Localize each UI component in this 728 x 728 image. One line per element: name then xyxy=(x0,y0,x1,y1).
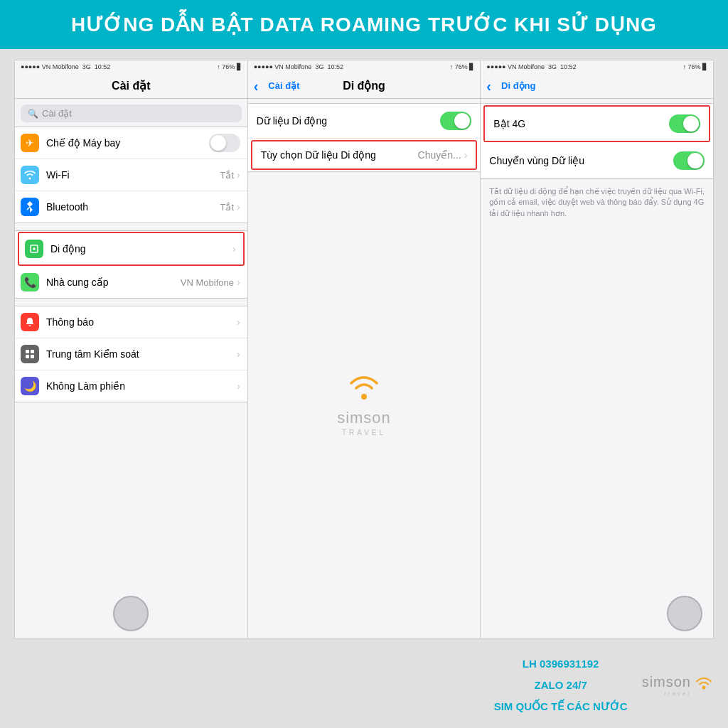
bat-4g-row[interactable]: Bật 4G xyxy=(483,105,710,142)
phone-panel-1: ●●●●● VN Mobifone 3G 10:52 ↑ 76% ▊ Cài đ… xyxy=(15,60,248,638)
status-bar-3: ●●●●● VN Mobifone 3G 10:52 ↑ 76% ▊ xyxy=(481,60,713,73)
list-item[interactable]: ✈ Chế độ Máy bay xyxy=(15,127,247,159)
page-wrapper: HƯỚNG DẪN BẬT DATA ROAMING TRƯỚC KHI SỬ … xyxy=(0,0,728,728)
nav-title-1: Cài đặt xyxy=(112,79,150,92)
list-item[interactable]: Wi-Fi Tắt › xyxy=(15,159,247,191)
thong-bao-item[interactable]: Thông báo › xyxy=(15,306,247,338)
panel3-description: Tắt dữ liệu di động để hạn chế việc truy… xyxy=(481,179,713,226)
svg-point-5 xyxy=(702,685,706,689)
tuy-chon-value: Chuyển... xyxy=(418,149,461,161)
thong-bao-chevron: › xyxy=(237,316,240,328)
header-banner: HƯỚNG DẪN BẬT DATA ROAMING TRƯỚC KHI SỬ … xyxy=(0,0,728,49)
tuy-chon-chevron: › xyxy=(464,149,468,161)
trung-tam-chevron: › xyxy=(237,348,240,360)
trung-tam-item[interactable]: Trung tâm Kiểm soát › xyxy=(15,338,247,370)
airplane-toggle[interactable] xyxy=(209,134,240,152)
svg-rect-3 xyxy=(26,355,29,358)
footer-logo: simson travel xyxy=(642,674,714,697)
du-lieu-toggle[interactable] xyxy=(440,112,471,130)
bat-4g-toggle[interactable] xyxy=(669,114,700,133)
khong-lam-phien-item[interactable]: 🌙 Không Làm phiền › xyxy=(15,370,247,402)
back-button-3[interactable]: Di động xyxy=(486,79,535,93)
wifi-value: Tắt xyxy=(220,170,234,181)
nha-cung-cap-value: VN Mobifone xyxy=(181,277,234,288)
di-dong-icon xyxy=(25,240,43,258)
bluetooth-label: Bluetooth xyxy=(46,201,220,213)
settings-group-3: Thông báo › Trung tâm Kiểm soá xyxy=(15,306,247,402)
svg-rect-4 xyxy=(31,355,34,358)
contact-line1: LH 0396931192 xyxy=(494,653,628,675)
chuyen-vung-row[interactable]: Chuyển vùng Dữ liệu xyxy=(481,144,713,178)
content-area: ●●●●● VN Mobifone 3G 10:52 ↑ 76% ▊ Cài đ… xyxy=(0,49,728,728)
airplane-icon: ✈ xyxy=(21,134,39,152)
footer-sub: travel xyxy=(665,690,692,697)
phone-panel-3: ●●●●● VN Mobifone 3G 10:52 ↑ 76% ▊ Di độ… xyxy=(481,60,713,638)
di-dong-settings: Dữ liệu Di động Tùy chọn Dữ liệu Di động… xyxy=(248,103,481,172)
trung-tam-label: Trung tâm Kiểm soát xyxy=(46,348,237,360)
status-right-1: ↑ 76% ▊ xyxy=(217,63,242,70)
di-dong-label: Di động xyxy=(50,243,232,255)
control-center-icon xyxy=(21,345,39,363)
search-icon: 🔍 xyxy=(28,109,38,119)
simson-travel: TRAVEL xyxy=(342,429,386,437)
footer-area: LH 0396931192 ZALO 24/7 SIM QUỐC TẾ CÁC … xyxy=(14,646,714,717)
airplane-label: Chế độ Máy bay xyxy=(46,137,209,149)
back-label-2: Cài đặt xyxy=(268,80,299,91)
nha-cung-cap-item[interactable]: 📞 Nhà cung cấp VN Mobifone › xyxy=(15,267,247,298)
bat-4g-label: Bật 4G xyxy=(493,118,669,129)
nha-cung-cap-label: Nhà cung cấp xyxy=(46,277,181,288)
header-title: HƯỚNG DẪN BẬT DATA ROAMING TRƯỚC KHI SỬ … xyxy=(71,14,657,36)
status-right-3: ↑ 76% ▊ xyxy=(683,63,708,70)
dnd-icon: 🌙 xyxy=(21,377,39,395)
nav-bar-2: Cài đặt Di động xyxy=(248,73,481,99)
bluetooth-chevron: › xyxy=(237,201,240,213)
tuy-chon-label: Tùy chọn Dữ liệu Di động xyxy=(261,149,418,161)
wifi-label: Wi-Fi xyxy=(46,169,220,181)
contact-line2: ZALO 24/7 xyxy=(494,675,628,696)
status-left-1: ●●●●● VN Mobifone 3G 10:52 xyxy=(21,63,110,70)
phones-container: ●●●●● VN Mobifone 3G 10:52 ↑ 76% ▊ Cài đ… xyxy=(14,60,714,639)
status-bar-1: ●●●●● VN Mobifone 3G 10:52 ↑ 76% ▊ xyxy=(15,60,247,73)
back-label-3: Di động xyxy=(501,80,535,91)
nha-cung-cap-chevron: › xyxy=(237,277,240,288)
chuyen-vung-label: Chuyển vùng Dữ liệu xyxy=(489,155,673,166)
bluetooth-icon xyxy=(21,198,39,216)
chuyen-vung-toggle[interactable] xyxy=(673,151,705,170)
khong-lam-phien-label: Không Làm phiền xyxy=(46,380,237,392)
di-dong-chevron: › xyxy=(232,243,236,255)
notification-icon xyxy=(21,313,39,331)
phone-icon: 📞 xyxy=(21,273,39,291)
du-lieu-di-dong-label: Dữ liệu Di động xyxy=(257,115,441,127)
di-dong-item[interactable]: Di động › xyxy=(18,232,245,266)
status-right-2: ↑ 76% ▊ xyxy=(450,63,475,70)
wifi-arc-icon xyxy=(346,374,382,406)
status-left-3: ●●●●● VN Mobifone 3G 10:52 xyxy=(486,63,576,70)
nav-title-2: Di động xyxy=(343,79,385,92)
svg-rect-2 xyxy=(31,350,34,353)
tuy-chon-row[interactable]: Tùy chọn Dữ liệu Di động Chuyển... › xyxy=(251,140,478,170)
status-left-2: ●●●●● VN Mobifone 3G 10:52 xyxy=(254,63,343,70)
thong-bao-label: Thông báo xyxy=(46,316,237,328)
home-button[interactable] xyxy=(113,596,149,631)
wifi-icon xyxy=(21,166,39,184)
footer-wifi-icon xyxy=(694,675,714,690)
contact-line3: SIM QUỐC TẾ CÁC NƯỚC xyxy=(494,696,628,717)
search-bar-1[interactable]: 🔍 Cài đặt xyxy=(21,105,242,122)
status-bar-2: ●●●●● VN Mobifone 3G 10:52 ↑ 76% ▊ xyxy=(248,60,481,73)
svg-rect-1 xyxy=(26,350,29,353)
back-button-2[interactable]: Cài đặt xyxy=(254,79,300,93)
footer-contact: LH 0396931192 ZALO 24/7 SIM QUỐC TẾ CÁC … xyxy=(494,653,628,717)
bluetooth-value: Tắt xyxy=(220,202,234,213)
list-item[interactable]: Bluetooth Tắt › xyxy=(15,191,247,223)
nav-bar-1: Cài đặt xyxy=(15,73,247,99)
nav-bar-3: Di động xyxy=(481,73,713,99)
footer-brand: simson xyxy=(642,674,691,690)
4g-settings: Bật 4G Chuyển vùng Dữ liệu xyxy=(481,103,713,179)
khong-lam-phien-chevron: › xyxy=(237,380,240,392)
simson-brand: simson xyxy=(337,409,391,427)
home-button-3[interactable] xyxy=(667,596,702,631)
simson-watermark: simson TRAVEL xyxy=(248,172,481,638)
wifi-chevron: › xyxy=(237,169,240,181)
du-lieu-di-dong-row[interactable]: Dữ liệu Di động xyxy=(248,104,481,139)
search-placeholder-1: Cài đặt xyxy=(42,108,72,119)
